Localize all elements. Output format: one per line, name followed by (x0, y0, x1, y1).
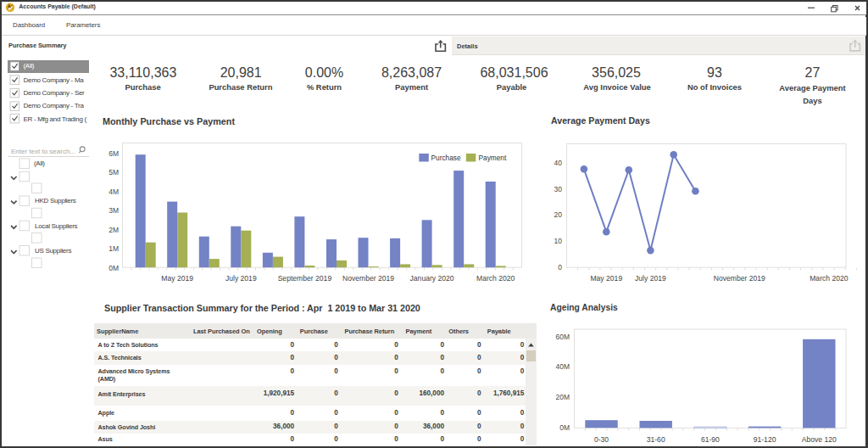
svg-text:July 2019: July 2019 (635, 274, 666, 283)
svg-text:0M: 0M (559, 423, 570, 432)
svg-text:May 2019: May 2019 (590, 274, 622, 283)
svg-text:0-30: 0-30 (594, 435, 609, 444)
svg-text:September 2019: September 2019 (278, 274, 332, 283)
svg-text:Purchase: Purchase (431, 154, 461, 162)
svg-text:November 2019: November 2019 (342, 274, 394, 283)
svg-text:31-60: 31-60 (647, 435, 665, 444)
svg-text:0M: 0M (108, 264, 119, 272)
svg-text:3M: 3M (108, 206, 119, 215)
svg-text:May 2019: May 2019 (161, 274, 193, 283)
svg-text:20: 20 (554, 210, 563, 219)
svg-text:Above 120: Above 120 (802, 435, 837, 444)
svg-text:20M: 20M (555, 393, 570, 401)
svg-text:30: 30 (554, 185, 563, 193)
svg-text:6M: 6M (108, 149, 119, 158)
svg-text:10: 10 (554, 237, 563, 245)
svg-text:July 2019: July 2019 (225, 274, 257, 283)
svg-text:4M: 4M (108, 188, 119, 196)
svg-text:January 2020: January 2020 (410, 274, 454, 283)
svg-text:0: 0 (558, 263, 562, 272)
svg-text:1M: 1M (108, 244, 119, 253)
svg-text:Payment: Payment (479, 154, 507, 162)
svg-text:March 2020: March 2020 (810, 274, 849, 283)
svg-text:91-120: 91-120 (754, 435, 776, 444)
svg-text:60M: 60M (555, 333, 570, 341)
svg-text:40: 40 (554, 159, 563, 167)
svg-text:2M: 2M (108, 226, 119, 234)
svg-text:40M: 40M (555, 362, 570, 371)
svg-text:61-90: 61-90 (701, 435, 720, 444)
svg-text:November 2019: November 2019 (714, 274, 765, 283)
svg-text:5M: 5M (108, 168, 119, 176)
svg-text:March 2020: March 2020 (476, 274, 515, 283)
